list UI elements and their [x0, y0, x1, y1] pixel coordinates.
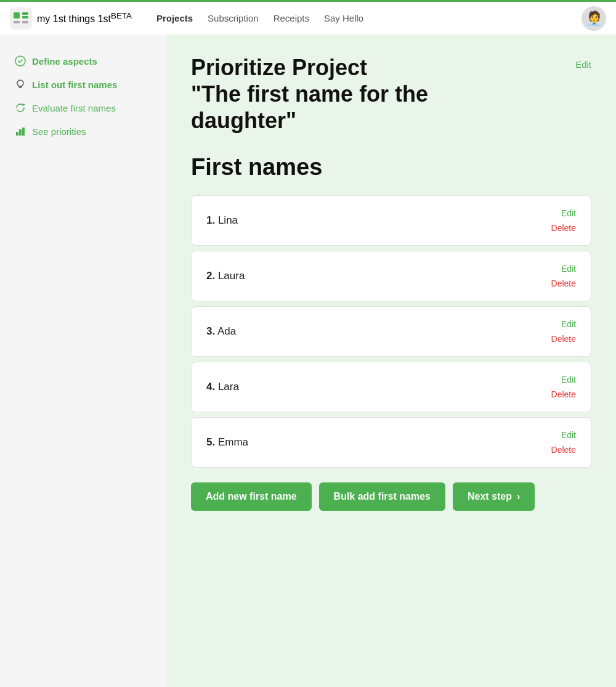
nav-receipts[interactable]: Receipts [274, 13, 309, 23]
item-name: 5. Emma [206, 436, 248, 449]
item-name: 1. Lina [206, 214, 238, 227]
bulk-add-first-names-button[interactable]: Bulk add first names [319, 482, 445, 511]
project-title: Prioritize Project "The first name for t… [191, 54, 428, 134]
item-delete-link[interactable]: Delete [551, 445, 576, 455]
logo: my 1st things 1stBETA [10, 7, 132, 30]
svg-rect-0 [10, 7, 32, 30]
svg-rect-4 [22, 21, 28, 23]
svg-rect-8 [16, 132, 18, 136]
item-delete-link[interactable]: Delete [551, 278, 576, 288]
item-edit-link[interactable]: Edit [561, 375, 576, 384]
sidebar: Define aspects List out first names Eval… [0, 35, 166, 687]
item-edit-link[interactable]: Edit [561, 430, 576, 440]
item-actions: Edit Delete [551, 264, 576, 288]
item-actions: Edit Delete [551, 430, 576, 455]
sidebar-item-define-aspects[interactable]: Define aspects [10, 49, 156, 73]
section-title: First names [191, 154, 591, 181]
first-names-list: 1. Lina Edit Delete 2. Laura Edit Delete… [191, 195, 591, 468]
refresh-icon [15, 102, 26, 113]
item-actions: Edit Delete [551, 208, 576, 233]
sidebar-label-evaluate-first-names: Evaluate first names [32, 103, 116, 113]
top-nav: my 1st things 1stBETA Projects Subscript… [0, 0, 616, 35]
item-name: 4. Lara [206, 381, 239, 393]
list-item: 2. Laura Edit Delete [191, 251, 591, 301]
main-content: Prioritize Project "The first name for t… [166, 35, 616, 687]
circle-check-icon [15, 55, 26, 67]
svg-rect-2 [22, 12, 28, 15]
sidebar-label-list-first-names: List out first names [32, 79, 117, 90]
sidebar-item-list-first-names[interactable]: List out first names [10, 73, 156, 96]
svg-rect-10 [22, 128, 25, 136]
item-edit-link[interactable]: Edit [561, 264, 576, 274]
nav-projects[interactable]: Projects [156, 13, 193, 23]
next-step-label: Next step [468, 491, 512, 502]
bar-chart-icon [15, 126, 26, 137]
add-new-first-name-button[interactable]: Add new first name [191, 482, 312, 511]
item-delete-link[interactable]: Delete [551, 223, 576, 233]
svg-point-7 [17, 80, 23, 86]
item-delete-link[interactable]: Delete [551, 334, 576, 344]
list-item: 5. Emma Edit Delete [191, 417, 591, 468]
nav-say-hello[interactable]: Say Hello [324, 13, 363, 23]
item-actions: Edit Delete [551, 319, 576, 344]
item-name: 2. Laura [206, 270, 245, 282]
list-item: 3. Ada Edit Delete [191, 306, 591, 357]
next-step-button[interactable]: Next step › [453, 482, 535, 511]
svg-rect-3 [14, 21, 20, 23]
lightbulb-icon [15, 79, 26, 90]
project-edit-link[interactable]: Edit [575, 59, 591, 70]
list-item: 1. Lina Edit Delete [191, 195, 591, 246]
item-delete-link[interactable]: Delete [551, 389, 576, 399]
sidebar-label-see-priorities: See priorities [32, 126, 86, 137]
svg-rect-9 [19, 129, 22, 136]
svg-rect-1 [14, 12, 20, 18]
svg-point-6 [15, 56, 25, 66]
chevron-right-icon: › [517, 491, 520, 502]
sidebar-label-define-aspects: Define aspects [32, 56, 97, 67]
app-logo-icon [10, 7, 32, 30]
item-edit-link[interactable]: Edit [561, 208, 576, 218]
user-avatar-button[interactable]: 🧑‍💼 [582, 6, 606, 31]
nav-subscription[interactable]: Subscription [208, 13, 259, 23]
item-actions: Edit Delete [551, 375, 576, 399]
bottom-actions: Add new first name Bulk add first names … [191, 482, 591, 511]
project-header: Prioritize Project "The first name for t… [191, 54, 591, 134]
item-name: 3. Ada [206, 325, 236, 338]
sidebar-item-evaluate-first-names[interactable]: Evaluate first names [10, 96, 156, 120]
svg-rect-5 [22, 16, 28, 18]
list-item: 4. Lara Edit Delete [191, 362, 591, 412]
logo-text: my 1st things 1stBETA [37, 11, 132, 25]
item-edit-link[interactable]: Edit [561, 319, 576, 329]
sidebar-item-see-priorities[interactable]: See priorities [10, 120, 156, 143]
